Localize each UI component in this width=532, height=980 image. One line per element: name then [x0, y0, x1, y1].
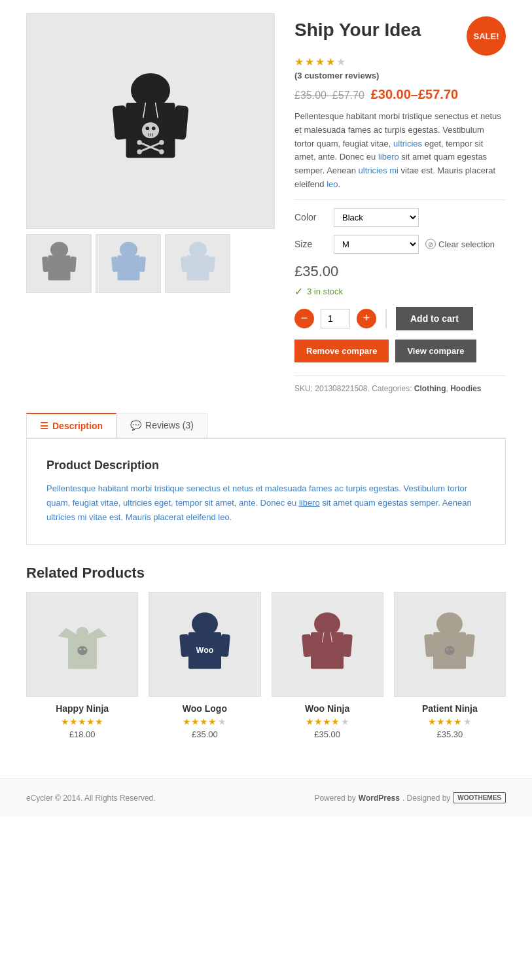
- sku-value: 201308221508.: [315, 384, 369, 393]
- related-stars-2: ★★★★★: [272, 716, 383, 727]
- footer-woo-badge: WOOTHEMES: [453, 792, 506, 803]
- sku-label: SKU:: [294, 384, 313, 393]
- footer-designed-by: . Designed by: [402, 794, 450, 803]
- clear-selection-btn[interactable]: ⊘ Clear selection: [425, 239, 495, 249]
- svg-point-15: [137, 140, 142, 145]
- quantity-input[interactable]: [321, 309, 350, 328]
- svg-point-27: [188, 242, 206, 258]
- ultricies2-link[interactable]: ultricies mi: [359, 166, 399, 175]
- svg-point-18: [137, 149, 142, 154]
- tab-content-description: Product Description Pellentesque habitan…: [26, 439, 506, 545]
- clear-icon: ⊘: [425, 239, 436, 249]
- thumbnail-1[interactable]: [26, 234, 92, 293]
- related-item-3[interactable]: Patient Ninja ★★★★★ £35.30: [394, 592, 506, 739]
- color-select[interactable]: Black Blue Gray: [334, 208, 419, 227]
- quantity-plus-btn[interactable]: +: [357, 309, 376, 328]
- tab-content-title: Product Description: [46, 459, 486, 472]
- stock-status: ✓ 3 in stock: [294, 285, 506, 298]
- svg-point-0: [131, 73, 170, 108]
- sale-badge: SALE!: [467, 16, 506, 56]
- clear-selection-label: Clear selection: [438, 239, 495, 249]
- related-img-0: [26, 592, 138, 697]
- libero2-link[interactable]: libero: [299, 498, 320, 508]
- category2-link[interactable]: Hoodies: [450, 384, 481, 393]
- footer-powered-by: Powered by: [314, 794, 355, 803]
- tab-content-text: Pellentesque habitant morbi tristique se…: [46, 481, 486, 525]
- add-to-cart-btn[interactable]: Add to cart: [396, 307, 473, 330]
- product-images: [26, 13, 275, 393]
- tabs-section: ☰ Description 💬 Reviews (3) Product Desc…: [26, 413, 506, 545]
- svg-point-32: [77, 646, 87, 656]
- related-item-0[interactable]: Happy Ninja ★★★★★ £18.00: [26, 592, 138, 739]
- svg-point-23: [119, 242, 137, 258]
- ultricies-link[interactable]: ultricies: [393, 139, 422, 149]
- tabs-header: ☰ Description 💬 Reviews (3): [26, 413, 506, 439]
- color-label: Color: [294, 212, 334, 222]
- svg-point-17: [159, 140, 164, 145]
- svg-text:Woo: Woo: [196, 646, 213, 655]
- svg-point-52: [451, 648, 453, 650]
- quantity-minus-btn[interactable]: −: [294, 309, 314, 328]
- stock-check-icon: ✓: [294, 285, 303, 298]
- price-row: £35.00–£57.70 £30.00–£57.70: [294, 87, 506, 102]
- svg-point-19: [50, 242, 67, 258]
- tab-reviews[interactable]: 💬 Reviews (3): [116, 413, 207, 438]
- svg-point-40: [314, 612, 340, 635]
- stock-text: 3 in stock: [307, 287, 343, 296]
- related-img-2: [272, 592, 383, 697]
- related-item-1[interactable]: Woo Woo Logo ★★★★★ £35.00: [149, 592, 260, 739]
- star-4: ★: [326, 56, 335, 68]
- product-description: Pellentesque habitant morbi tristique se…: [294, 110, 506, 192]
- svg-point-50: [445, 646, 455, 656]
- leo-link[interactable]: leo: [327, 179, 338, 189]
- related-item-2[interactable]: Woo Ninja ★★★★★ £35.00: [272, 592, 383, 739]
- view-compare-btn[interactable]: View compare: [395, 340, 476, 362]
- current-price: £35.00: [294, 263, 506, 280]
- thumbnail-2[interactable]: [96, 234, 161, 293]
- footer-wordpress: WordPress: [359, 794, 400, 803]
- svg-rect-28: [186, 255, 209, 280]
- svg-point-34: [83, 648, 85, 650]
- cart-row: − + Add to cart: [294, 307, 506, 330]
- related-price-0: £18.00: [26, 729, 138, 739]
- size-select[interactable]: S M L XL: [334, 235, 419, 254]
- footer-copyright: eCycler © 2014. All Rights Reserved.: [26, 794, 156, 803]
- size-option-row: Size S M L XL ⊘ Clear selection: [294, 235, 506, 254]
- svg-point-7: [146, 126, 150, 130]
- svg-point-31: [76, 627, 88, 639]
- color-option-row: Color Black Blue Gray: [294, 208, 506, 227]
- star-2: ★: [305, 56, 314, 68]
- tab-description[interactable]: ☰ Description: [26, 413, 116, 438]
- product-title: Ship Your Idea: [294, 20, 421, 41]
- svg-rect-20: [48, 255, 70, 280]
- svg-point-33: [79, 648, 81, 650]
- remove-compare-btn[interactable]: Remove compare: [294, 340, 389, 362]
- related-name-3: Patient Ninja: [394, 703, 506, 714]
- related-name-1: Woo Logo: [149, 703, 260, 714]
- reviews-tab-label: Reviews (3): [145, 420, 194, 430]
- footer: eCycler © 2014. All Rights Reserved. Pow…: [0, 779, 532, 816]
- reviews-link[interactable]: (3 customer reviews): [294, 71, 506, 80]
- related-name-0: Happy Ninja: [26, 703, 138, 714]
- svg-point-51: [447, 648, 449, 650]
- svg-point-8: [152, 126, 156, 130]
- price-old: £35.00–£57.70: [294, 90, 364, 101]
- svg-rect-41: [311, 632, 344, 669]
- cart-separator: [385, 309, 387, 328]
- star-3: ★: [315, 56, 325, 68]
- size-label: Size: [294, 239, 334, 249]
- svg-point-35: [192, 612, 218, 635]
- svg-rect-24: [117, 255, 139, 280]
- thumbnail-3[interactable]: [165, 234, 230, 293]
- libero-link[interactable]: libero: [378, 152, 399, 162]
- star-5: ★: [336, 56, 346, 68]
- related-stars-3: ★★★★★: [394, 716, 506, 727]
- category1-link[interactable]: Clothing: [414, 384, 446, 393]
- product-info: Ship Your Idea SALE! ★ ★ ★ ★ ★ (3 custom…: [294, 13, 506, 393]
- related-price-3: £35.30: [394, 729, 506, 739]
- related-img-1: Woo: [149, 592, 260, 697]
- related-price-2: £35.00: [272, 729, 383, 739]
- footer-right: Powered by WordPress . Designed by WOOTH…: [314, 792, 506, 803]
- description-tab-icon: ☰: [40, 421, 48, 431]
- related-stars-1: ★★★★★: [149, 716, 260, 727]
